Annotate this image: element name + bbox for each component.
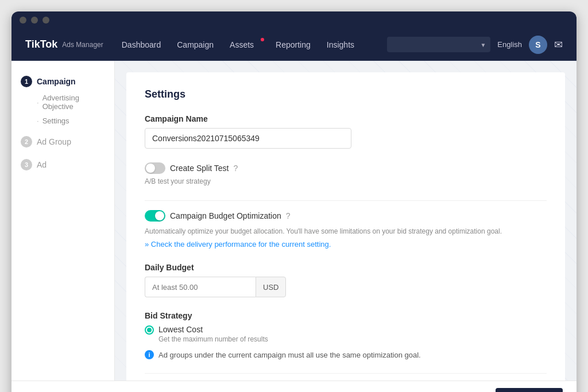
titlebar-dot-minimize xyxy=(31,17,38,24)
nav-assets[interactable]: Assets xyxy=(230,40,260,49)
cbo-toggle-row: Campaign Budget Optimization ? xyxy=(145,210,547,222)
logo: TikTok Ads Manager xyxy=(25,38,103,51)
continue-button[interactable]: Continue xyxy=(496,388,563,392)
sidebar-item-ad[interactable]: 3 Ad xyxy=(11,156,114,174)
step-label-adgroup: Ad Group xyxy=(37,137,71,146)
bid-strategy-lowest-cost-desc: Get the maximum number of results xyxy=(158,335,268,343)
language-selector[interactable]: English xyxy=(497,40,522,49)
campaign-name-input[interactable] xyxy=(145,128,351,149)
logo-subtitle: Ads Manager xyxy=(62,41,103,49)
cbo-toggle[interactable] xyxy=(145,210,165,222)
header: TikTok Ads Manager Dashboard Campaign As… xyxy=(11,29,577,61)
nav-bar: Dashboard Campaign Assets Reporting Insi… xyxy=(122,40,369,49)
logo-tiktok-text: TikTok xyxy=(25,38,57,51)
daily-budget-label: Daily Budget xyxy=(145,263,547,272)
sidebar-item-campaign[interactable]: 1 Campaign xyxy=(11,72,114,91)
split-test-description: A/B test your strategy xyxy=(145,176,547,187)
titlebar-dot-close xyxy=(20,17,26,24)
content-inner: Settings Campaign Name Create Split Test xyxy=(126,72,565,381)
bid-strategy-info-row: i Ad groups under the current campaign m… xyxy=(145,350,547,359)
content-area: TikTok TikTok TikTok TikTok TikTok TikTo… xyxy=(115,61,577,381)
campaign-name-group: Campaign Name xyxy=(145,114,547,149)
page-title: Settings xyxy=(145,88,547,100)
app-window: TikTok Ads Manager Dashboard Campaign As… xyxy=(11,11,577,392)
nav-campaign[interactable]: Campaign xyxy=(177,40,214,49)
budget-input-wrapper: USD xyxy=(145,277,260,297)
step-badge-ad: 3 xyxy=(21,159,32,170)
daily-budget-group: Daily Budget USD xyxy=(145,263,547,297)
divider-1 xyxy=(145,200,547,201)
main-layout: 1 Campaign Advertising Objective Setting… xyxy=(11,61,577,381)
campaign-name-label: Campaign Name xyxy=(145,114,547,123)
cbo-group: Campaign Budget Optimization ? Automatic… xyxy=(145,210,547,249)
cbo-help-icon[interactable]: ? xyxy=(286,211,291,220)
bid-strategy-group: Bid Strategy Lowest Cost Get the maximum… xyxy=(145,311,547,359)
bid-strategy-options: Lowest Cost Get the maximum number of re… xyxy=(145,325,547,343)
split-test-row: Create Split Test ? xyxy=(145,162,547,174)
nav-dashboard[interactable]: Dashboard xyxy=(122,40,161,49)
bid-strategy-label: Bid Strategy xyxy=(145,311,547,320)
bid-strategy-lowest-cost-info: Lowest Cost Get the maximum number of re… xyxy=(158,325,268,343)
radio-inner-lowest-cost xyxy=(147,328,152,332)
bid-strategy-info-text: Ad groups under the current campaign mus… xyxy=(158,351,421,359)
step-label-ad: Ad xyxy=(37,160,47,169)
nav-insights[interactable]: Insights xyxy=(327,40,354,49)
cbo-delivery-link[interactable]: » Check the delivery performance for the… xyxy=(145,240,331,249)
sidebar-subitem-settings[interactable]: Settings xyxy=(11,114,114,128)
split-test-label: Create Split Test xyxy=(170,164,229,173)
cbo-label: Campaign Budget Optimization xyxy=(170,211,281,220)
step-badge-campaign: 1 xyxy=(21,76,32,87)
avatar[interactable]: S xyxy=(529,36,547,54)
titlebar-dot-maximize xyxy=(42,17,49,24)
step-label-campaign: Campaign xyxy=(37,77,76,86)
content-real: Settings Campaign Name Create Split Test xyxy=(145,88,547,381)
titlebar xyxy=(11,11,577,29)
split-test-help-icon[interactable]: ? xyxy=(233,164,238,173)
currency-label: USD xyxy=(256,277,286,297)
bid-strategy-lowest-cost-label: Lowest Cost xyxy=(158,325,268,334)
step-badge-adgroup: 2 xyxy=(21,136,32,148)
assets-notification-dot xyxy=(261,38,264,41)
search-wrapper: ▼ xyxy=(387,37,490,52)
radio-circle-lowest-cost xyxy=(145,325,154,335)
cbo-toggle-thumb xyxy=(155,211,164,220)
search-input[interactable] xyxy=(387,37,490,52)
nav-reporting[interactable]: Reporting xyxy=(276,40,311,49)
sidebar: 1 Campaign Advertising Objective Setting… xyxy=(11,61,115,381)
info-icon: i xyxy=(145,350,154,359)
cbo-description: Automatically optimize your budget alloc… xyxy=(145,226,547,236)
split-test-toggle[interactable] xyxy=(145,162,165,174)
search-chevron-icon: ▼ xyxy=(480,41,486,48)
split-test-group: Create Split Test ? A/B test your strate… xyxy=(145,162,547,187)
mail-icon[interactable]: ✉ xyxy=(554,38,563,51)
sidebar-subitem-advertising-objective[interactable]: Advertising Objective xyxy=(11,91,114,114)
daily-budget-input[interactable] xyxy=(145,277,256,297)
footer: Continue xyxy=(11,381,577,392)
header-right: ▼ English S ✉ xyxy=(387,36,563,54)
sidebar-item-adgroup[interactable]: 2 Ad Group xyxy=(11,133,114,151)
split-test-toggle-thumb xyxy=(146,164,155,173)
bid-strategy-lowest-cost[interactable]: Lowest Cost Get the maximum number of re… xyxy=(145,325,547,343)
divider-2 xyxy=(145,373,547,374)
